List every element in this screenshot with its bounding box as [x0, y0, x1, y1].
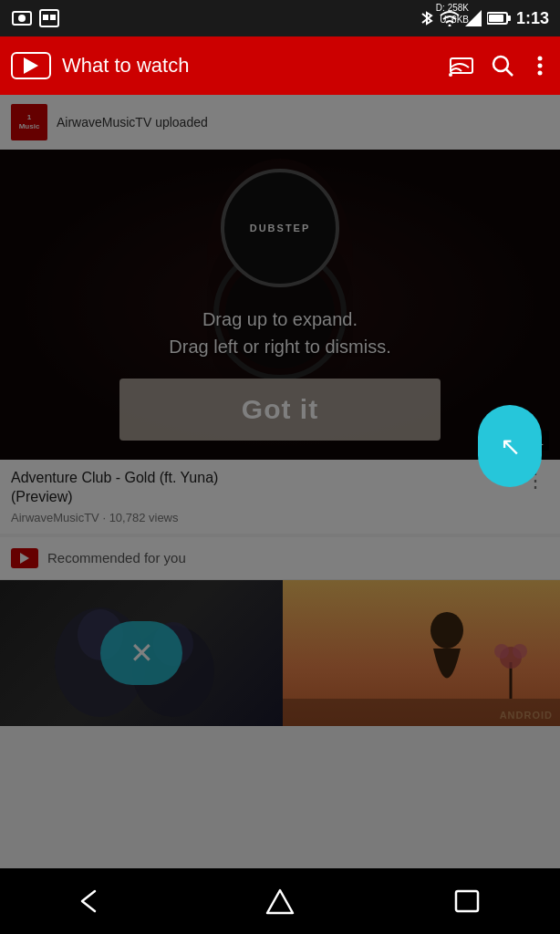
main-content: 1Music AirwaveMusicTV uploaded	[0, 95, 560, 868]
video-card: 1Music AirwaveMusicTV uploaded	[0, 95, 560, 534]
toolbar: What to watch	[0, 36, 560, 95]
svg-point-14	[538, 57, 543, 61]
video-info: Adventure Club - Gold (ft. Yuna) (Previe…	[0, 460, 560, 534]
expand-arrow-icon: ↖	[500, 431, 521, 462]
youtube-logo	[11, 52, 51, 79]
channel-thumbnail: 1Music	[11, 104, 47, 140]
screenshot-icon	[11, 7, 33, 29]
got-it-label: Got it	[242, 394, 318, 425]
toolbar-icons	[449, 54, 549, 78]
home-button[interactable]	[244, 878, 316, 924]
recommended-label: Recommended for you	[47, 550, 186, 566]
dismiss-x-icon: ✕	[130, 636, 154, 670]
svg-point-32	[513, 644, 527, 659]
more-vertical-icon[interactable]	[531, 54, 549, 78]
expand-button[interactable]: ↖	[478, 405, 542, 487]
bluetooth-icon	[420, 9, 434, 27]
svg-point-16	[538, 71, 543, 76]
nav-bar	[0, 868, 560, 934]
battery-icon	[487, 11, 511, 26]
svg-rect-4	[50, 15, 56, 20]
search-icon[interactable]	[491, 54, 514, 78]
svg-point-12	[493, 57, 508, 71]
status-bar: D: 258K U: 6KB 1:13	[0, 0, 560, 36]
video-thumbnail[interactable]: DUBSTEP Drag up to expand. Drag left or …	[0, 150, 560, 460]
video-meta: AirwaveMusicTV · 10,782 views	[11, 511, 522, 524]
back-icon	[77, 887, 109, 915]
video-overlay: DUBSTEP Drag up to expand. Drag left or …	[0, 150, 560, 460]
svg-rect-34	[456, 891, 478, 911]
svg-rect-8	[507, 16, 511, 21]
channel-thumb-label: 1Music	[19, 113, 40, 130]
video-card-header: 1Music AirwaveMusicTV uploaded	[0, 95, 560, 150]
dismiss-button[interactable]: ✕	[100, 621, 182, 685]
mini-player-area: ✕	[0, 580, 560, 726]
youtube-play-icon	[24, 57, 38, 74]
mini-player-left[interactable]: ✕	[0, 580, 283, 726]
recents-button[interactable]	[430, 878, 503, 924]
rec-play-icon	[20, 553, 29, 564]
video-badge: DUBSTEP	[221, 169, 339, 287]
recommended-icon	[11, 548, 38, 568]
got-it-button[interactable]: Got it	[119, 379, 441, 441]
channel-upload-text: AirwaveMusicTV uploaded	[57, 115, 208, 130]
svg-point-11	[449, 73, 452, 77]
recents-icon	[453, 888, 481, 914]
status-bar-left	[11, 7, 60, 29]
svg-point-31	[494, 644, 509, 659]
video-title: Adventure Club - Gold (ft. Yuna) (Previe…	[11, 469, 522, 507]
video-info-text: Adventure Club - Gold (ft. Yuna) (Previe…	[11, 469, 522, 524]
recommended-section: Recommended for you	[0, 537, 560, 580]
svg-point-15	[538, 64, 543, 68]
status-time: 1:13	[516, 9, 549, 28]
toolbar-title: What to watch	[62, 54, 438, 78]
svg-rect-9	[489, 15, 503, 22]
gallery-icon	[38, 7, 60, 29]
back-button[interactable]	[57, 878, 130, 924]
cast-icon[interactable]	[449, 55, 474, 77]
svg-line-13	[506, 69, 513, 76]
tooltip-message: Drag up to expand. Drag left or right to…	[169, 306, 390, 360]
mini-player-right[interactable]: ANDROID	[283, 580, 560, 726]
home-icon	[265, 887, 295, 915]
svg-rect-3	[43, 15, 48, 20]
android-watermark: ANDROID	[500, 710, 553, 721]
badge-text: DUBSTEP	[250, 223, 311, 234]
data-usage: D: 258K U: 6KB	[436, 2, 469, 26]
svg-point-28	[430, 612, 463, 649]
svg-marker-33	[267, 890, 293, 913]
mini-right-graphic	[283, 580, 560, 726]
svg-point-1	[18, 15, 26, 22]
